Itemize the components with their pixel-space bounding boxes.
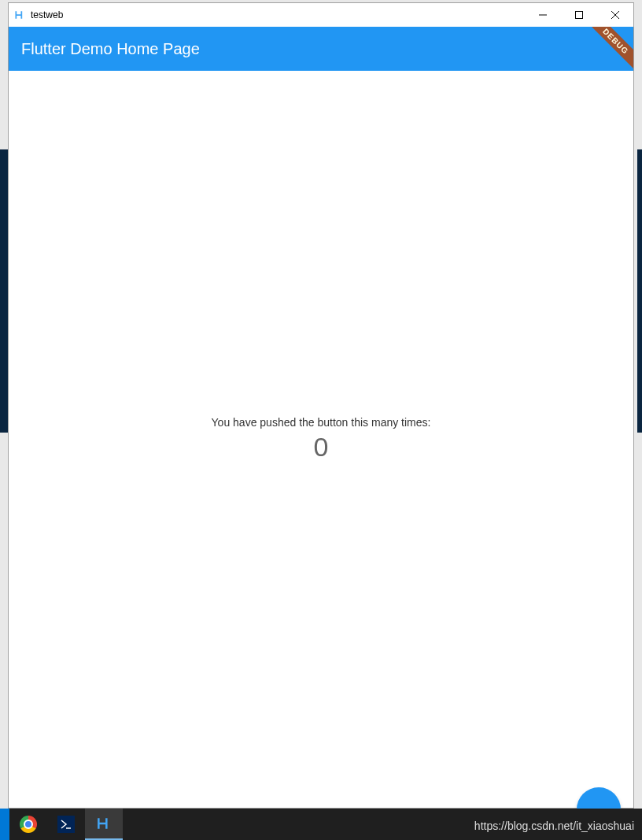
powershell-icon (57, 816, 75, 833)
counter-message: You have pushed the button this many tim… (212, 416, 431, 429)
counter-value: 0 (314, 432, 329, 462)
start-button-edge[interactable] (0, 809, 9, 840)
flutter-h-icon (14, 9, 25, 20)
window-title: testweb (31, 9, 525, 20)
flutter-h-icon (96, 816, 112, 831)
maximize-icon (575, 11, 583, 19)
debug-banner: DEBUG (579, 27, 633, 71)
page-title: Flutter Demo Home Page (21, 40, 200, 58)
windows-taskbar[interactable]: https://blog.csdn.net/it_xiaoshuai (0, 809, 642, 840)
minimize-icon (539, 11, 547, 19)
watermark-text: https://blog.csdn.net/it_xiaoshuai (474, 820, 634, 832)
window-controls (525, 3, 633, 27)
app-bar: Flutter Demo Home Page DEBUG (9, 27, 633, 71)
svg-rect-1 (576, 12, 583, 19)
close-button[interactable] (597, 3, 633, 27)
app-body: You have pushed the button this many tim… (9, 71, 633, 808)
application-window: testweb Flutter Demo Home Page DE (8, 2, 634, 809)
minimize-button[interactable] (525, 3, 561, 27)
taskbar-powershell[interactable] (47, 809, 85, 840)
window-titlebar[interactable]: testweb (9, 3, 633, 27)
maximize-button[interactable] (561, 3, 597, 27)
background-fragment-right (637, 149, 642, 433)
chrome-icon (20, 816, 37, 833)
close-icon (611, 11, 619, 19)
background-fragment-left (0, 149, 8, 433)
taskbar-chrome[interactable] (9, 809, 47, 840)
app-icon (13, 9, 26, 21)
taskbar-testweb-app[interactable] (85, 809, 123, 840)
